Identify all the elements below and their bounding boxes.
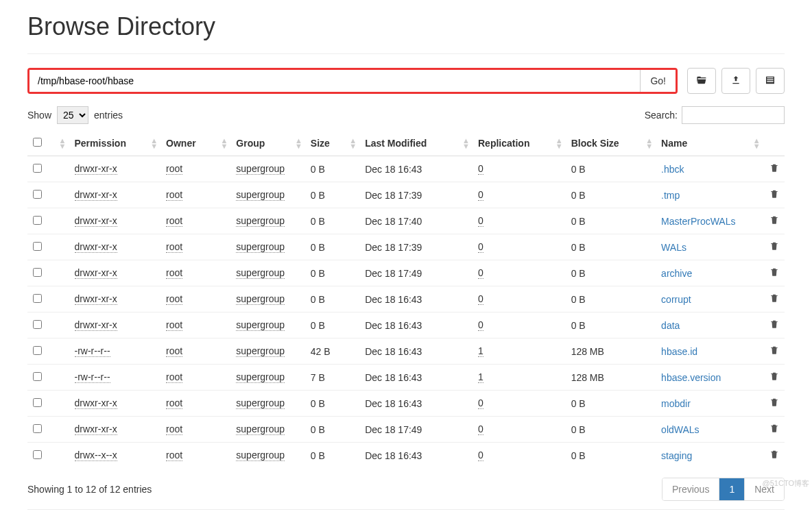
row-checkbox[interactable]	[33, 190, 42, 199]
search-input[interactable]	[682, 106, 785, 124]
delete-button[interactable]	[769, 450, 779, 461]
trash-icon	[769, 450, 779, 461]
row-checkbox[interactable]	[33, 268, 42, 277]
name-link[interactable]: staging	[661, 450, 692, 461]
name-link[interactable]: data	[661, 320, 680, 331]
block-size-value: 128 MB	[571, 372, 604, 383]
group-value: supergroup	[236, 345, 285, 357]
modified-value: Dec 18 17:39	[365, 242, 422, 253]
group-value: supergroup	[236, 397, 285, 409]
permission-value: drwxr-xr-x	[75, 423, 117, 435]
name-link[interactable]: mobdir	[661, 398, 691, 409]
owner-value: root	[166, 241, 182, 253]
permission-value: -rw-r--r--	[75, 371, 110, 383]
divider	[27, 509, 785, 510]
col-name[interactable]: Name	[661, 138, 687, 149]
sort-icon: ▲▼	[645, 138, 653, 149]
name-link[interactable]: archive	[661, 268, 692, 279]
delete-button[interactable]	[769, 372, 779, 383]
path-input[interactable]	[29, 70, 640, 92]
delete-button[interactable]	[769, 398, 779, 409]
modified-value: Dec 18 17:49	[365, 268, 422, 279]
size-value: 0 B	[311, 242, 325, 253]
delete-button[interactable]	[769, 424, 779, 435]
show-suffix-label: entries	[94, 110, 123, 121]
row-checkbox[interactable]	[33, 372, 42, 381]
block-size-value: 0 B	[571, 294, 586, 305]
sort-icon[interactable]: ▲▼	[59, 138, 67, 149]
row-checkbox[interactable]	[33, 424, 42, 433]
group-value: supergroup	[236, 371, 285, 383]
trash-icon	[769, 268, 779, 279]
go-button[interactable]: Go!	[640, 70, 676, 92]
select-all-checkbox[interactable]	[33, 138, 42, 147]
delete-button[interactable]	[769, 164, 779, 175]
name-link[interactable]: hbase.version	[661, 372, 721, 383]
folder-open-icon	[696, 75, 707, 88]
name-link[interactable]: .hbck	[661, 164, 684, 175]
table-row: drwxr-xr-xrootsupergroup0 BDec 18 17:400…	[27, 208, 785, 234]
delete-button[interactable]	[769, 190, 779, 201]
col-size[interactable]: Size	[311, 138, 330, 149]
col-modified[interactable]: Last Modified	[365, 138, 427, 149]
trash-icon	[769, 346, 779, 357]
trash-icon	[769, 372, 779, 383]
delete-button[interactable]	[769, 346, 779, 357]
row-checkbox[interactable]	[33, 294, 42, 303]
name-link[interactable]: oldWALs	[661, 424, 700, 435]
block-size-value: 0 B	[571, 216, 586, 227]
name-link[interactable]: WALs	[661, 242, 686, 253]
group-value: supergroup	[236, 189, 285, 201]
modified-value: Dec 18 16:43	[365, 450, 422, 461]
delete-button[interactable]	[769, 268, 779, 279]
page-1-button[interactable]: 1	[719, 478, 745, 500]
replication-value: 1	[478, 345, 483, 357]
owner-value: root	[166, 163, 182, 175]
owner-value: root	[166, 215, 182, 227]
owner-value: root	[166, 345, 182, 357]
new-folder-button[interactable]	[756, 68, 785, 94]
table-row: -rw-r--r--rootsupergroup42 BDec 18 16:43…	[27, 339, 785, 365]
owner-value: root	[166, 293, 182, 305]
delete-button[interactable]	[769, 242, 779, 253]
open-folder-button[interactable]	[687, 68, 716, 94]
block-size-value: 0 B	[571, 398, 586, 409]
trash-icon	[769, 216, 779, 227]
row-checkbox[interactable]	[33, 216, 42, 225]
name-link[interactable]: hbase.id	[661, 346, 697, 357]
row-checkbox[interactable]	[33, 320, 42, 329]
col-group[interactable]: Group	[236, 138, 265, 149]
row-checkbox[interactable]	[33, 164, 42, 173]
row-checkbox[interactable]	[33, 450, 42, 459]
owner-value: root	[166, 267, 182, 279]
permission-value: drwxr-xr-x	[75, 215, 117, 227]
col-permission[interactable]: Permission	[75, 138, 126, 149]
col-block-size[interactable]: Block Size	[571, 138, 619, 149]
col-owner[interactable]: Owner	[166, 138, 196, 149]
row-checkbox[interactable]	[33, 398, 42, 407]
upload-button[interactable]	[721, 68, 750, 94]
size-value: 0 B	[311, 216, 325, 227]
modified-value: Dec 18 17:40	[365, 216, 422, 227]
delete-button[interactable]	[769, 294, 779, 305]
row-checkbox[interactable]	[33, 346, 42, 355]
replication-value: 0	[478, 319, 483, 331]
prev-page-button[interactable]: Previous	[662, 478, 719, 500]
delete-button[interactable]	[769, 216, 779, 227]
modified-value: Dec 18 16:43	[365, 346, 422, 357]
delete-button[interactable]	[769, 320, 779, 331]
row-checkbox[interactable]	[33, 242, 42, 251]
group-value: supergroup	[236, 423, 285, 435]
replication-value: 0	[478, 267, 483, 279]
name-link[interactable]: corrupt	[661, 294, 691, 305]
modified-value: Dec 18 16:43	[365, 294, 422, 305]
block-size-value: 0 B	[571, 242, 586, 253]
watermark: @51CTO博客	[763, 478, 809, 489]
trash-icon	[769, 424, 779, 435]
name-link[interactable]: .tmp	[661, 190, 680, 201]
col-replication[interactable]: Replication	[478, 138, 529, 149]
sort-icon: ▲▼	[349, 138, 357, 149]
name-link[interactable]: MasterProcWALs	[661, 216, 735, 227]
page-length-select[interactable]: 25	[57, 106, 88, 124]
search-label: Search:	[645, 110, 678, 121]
